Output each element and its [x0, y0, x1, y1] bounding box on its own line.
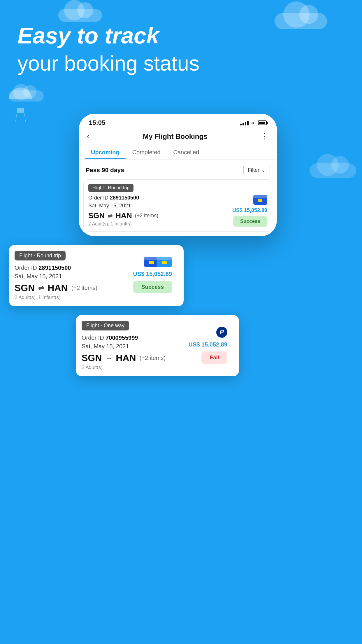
floating-card-oneway[interactable]: Flight - One way P US$ 15,052.89 Fail Or… [76, 315, 239, 376]
card-right: US$ 15,052.89 Success [215, 195, 267, 227]
status-bar: 15:05 ≈ [79, 114, 277, 130]
tab-completed[interactable]: Completed [126, 146, 167, 159]
card-icon-front [157, 257, 172, 267]
order-prefix: Order ID [88, 195, 108, 201]
tab-bar: Upcoming Completed Cancelled [79, 146, 277, 160]
destination-code: HAN [115, 211, 132, 220]
float-extra: (+2 items) [71, 285, 97, 291]
float-card-2-passengers: 2 Adult(s) [82, 365, 233, 370]
float-card-2-right: P US$ 15,052.89 Fail [189, 327, 227, 364]
float-origin: SGN [15, 283, 35, 293]
float-card-1-price: US$ 15,052.89 [133, 271, 172, 277]
cloud-decoration-2 [58, 9, 102, 22]
signal-bar-4 [247, 121, 249, 125]
order-number: 2891150500 [110, 195, 139, 201]
more-options-button[interactable]: ⋮ [261, 132, 269, 141]
float-card-2-destination: HAN [116, 353, 136, 363]
hero-subtitle: your booking status [17, 51, 345, 76]
order-id: Order ID 2891150500 [88, 195, 215, 201]
parachute-decoration [9, 88, 32, 113]
card-chip-icon-2 [149, 261, 154, 264]
back-button[interactable]: ‹ [87, 132, 89, 141]
cloud-decoration-4 [310, 163, 356, 178]
passengers-info: 2 Adult(s), 1 Infant(s) [88, 221, 215, 227]
float-card-2-order-prefix: Order ID [82, 335, 104, 341]
phone-screen: 15:05 ≈ ‹ My Flight Bookings ⋮ [79, 114, 277, 236]
status-icons: ≈ [240, 120, 267, 126]
tab-cancelled[interactable]: Cancelled [167, 146, 206, 159]
float-card-2-order-id: 7000955999 [106, 335, 138, 341]
float-card-1-right: US$ 15,052.89 Success [133, 257, 172, 293]
signal-bar-1 [240, 124, 242, 125]
origin-code: SGN [88, 211, 105, 220]
flight-date: Sat, May 15, 2021 [88, 203, 215, 209]
float-oneway-icon: → [105, 354, 112, 362]
section-title: Pass 90 days [86, 167, 124, 174]
card-details: Order ID 2891150500 Sat, May 15, 2021 SG… [88, 195, 215, 227]
float-card-2-tag: Flight - One way [82, 321, 129, 330]
section-header: Pass 90 days Filter ⌄ [79, 160, 277, 179]
floating-card-roundtrip[interactable]: Flight - Round trip US$ 15,052.89 Succes… [9, 245, 184, 306]
float-destination: HAN [48, 283, 68, 293]
status-badge: Success [233, 216, 267, 227]
float-card-1-status: Success [133, 281, 172, 293]
float-card-2-price: US$ 15,052.89 [189, 341, 227, 348]
page-title: My Flight Bookings [143, 132, 207, 141]
card-chip-icon [258, 199, 262, 202]
battery-icon [258, 120, 267, 125]
float-card-2-origin: SGN [82, 353, 102, 363]
float-order-id: 2891150500 [38, 265, 71, 271]
battery-fill [259, 122, 265, 124]
paypal-icon: P [216, 327, 227, 338]
hero-title: Easy to track [17, 23, 345, 48]
float-roundtrip-icon: ⇌ [38, 284, 44, 292]
float-order-prefix: Order ID [15, 265, 37, 271]
chevron-down-icon: ⌄ [261, 167, 266, 173]
app-header: ‹ My Flight Bookings ⋮ [79, 130, 277, 146]
card-inner: Order ID 2891150500 Sat, May 15, 2021 SG… [84, 195, 272, 231]
filter-button[interactable]: Filter ⌄ [243, 165, 270, 175]
signal-bar-2 [242, 123, 244, 125]
float-card-2-status: Fail [201, 351, 227, 364]
card-tag: Flight - Round trip [88, 184, 133, 192]
card-chip-icon-3 [162, 261, 167, 264]
hero-section: Easy to track your booking status [17, 23, 345, 76]
card-body: Order ID 2891150500 Sat, May 15, 2021 SG… [84, 195, 272, 231]
status-time: 15:05 [89, 119, 105, 127]
payment-card-icon [253, 195, 267, 205]
signal-bar-3 [245, 122, 246, 125]
float-card-1-passengers: 2 Adult(s), 1 Infant(s) [15, 295, 178, 300]
float-payment-icon [144, 257, 172, 267]
tab-upcoming[interactable]: Upcoming [85, 146, 126, 159]
price: US$ 15,052.89 [232, 207, 267, 214]
flight-route: SGN ⇌ HAN (+2 items) [88, 211, 215, 220]
extra-items: (+2 items) [135, 213, 159, 219]
booking-card[interactable]: Flight - Round trip Order ID 2891150500 … [83, 179, 272, 232]
wifi-icon: ≈ [252, 120, 254, 126]
float-card-2-extra: (+2 items) [140, 355, 166, 361]
signal-icon [240, 120, 249, 125]
float-card-1-tag: Flight - Round trip [15, 251, 66, 260]
phone-mockup: 15:05 ≈ ‹ My Flight Bookings ⋮ [47, 114, 309, 236]
filter-label: Filter [248, 167, 259, 173]
roundtrip-arrow-icon: ⇌ [108, 212, 113, 219]
